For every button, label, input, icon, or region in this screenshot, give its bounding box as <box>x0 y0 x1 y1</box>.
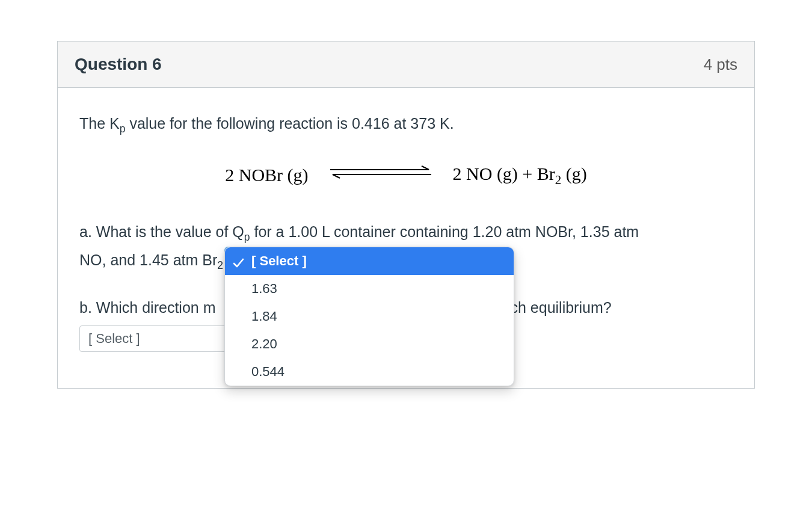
select-widget-a: [ Select ] [ <box>226 248 508 274</box>
equilibrium-arrow-icon <box>327 161 435 190</box>
check-icon <box>232 254 244 267</box>
dropdown-a-option-3[interactable]: 2.20 <box>225 330 514 358</box>
part-b-text-right: ch equilibrium? <box>510 296 611 319</box>
intro-prefix: The K <box>79 115 120 132</box>
part-a-line2-prefix: NO, and 1.45 atm Br2 <box>79 248 223 274</box>
equation-right-pre: 2 NO (g) + Br <box>453 164 555 183</box>
dropdown-a-option-4-label: 0.544 <box>251 364 285 379</box>
dropdown-b-value: [ Select ] <box>88 328 140 349</box>
intro-text: The Kp value for the following reaction … <box>79 112 733 137</box>
equation-left: 2 NOBr (g) <box>225 161 308 190</box>
page: Question 6 4 pts The Kp value for the fo… <box>0 0 812 521</box>
dropdown-a-option-selected[interactable]: [ Select ] <box>225 247 514 275</box>
equation-right-post: (g) <box>561 164 586 183</box>
part-a-line2-sub: 2 <box>217 259 223 271</box>
part-a-prefix: a. What is the value of Q <box>79 223 244 240</box>
intro-subscript: p <box>120 123 126 135</box>
dropdown-a-option-2-label: 1.84 <box>251 309 277 324</box>
equation-right-sub: 2 <box>555 173 562 187</box>
part-a-suffix: for a 1.00 L container containing 1.20 a… <box>250 223 639 240</box>
equation: 2 NOBr (g) 2 NO (g) + Br2 (g) <box>79 160 733 190</box>
dropdown-a-option-1[interactable]: 1.63 <box>225 275 514 303</box>
question-card: Question 6 4 pts The Kp value for the fo… <box>57 41 755 389</box>
question-body: The Kp value for the following reaction … <box>58 88 754 388</box>
part-a-line2-text: NO, and 1.45 atm Br <box>79 251 217 268</box>
dropdown-a-option-4[interactable]: 0.544 <box>225 358 514 386</box>
question-points: 4 pts <box>704 55 737 74</box>
part-a-line1: a. What is the value of Qp for a 1.00 L … <box>79 220 733 245</box>
dropdown-a-option-1-label: 1.63 <box>251 281 277 296</box>
intro-suffix: value for the following reaction is 0.41… <box>125 115 454 132</box>
part-b-text-left: b. Which direction m <box>79 296 215 319</box>
dropdown-a-option-3-label: 2.20 <box>251 336 277 351</box>
dropdown-a-option-2[interactable]: 1.84 <box>225 303 514 330</box>
part-a-line2: NO, and 1.45 atm Br2 [ Select ] <box>79 248 733 274</box>
question-header: Question 6 4 pts <box>58 42 754 88</box>
question-title: Question 6 <box>75 55 162 74</box>
equation-right: 2 NO (g) + Br2 (g) <box>453 160 587 190</box>
dropdown-a-option-0-label: [ Select ] <box>251 253 307 268</box>
dropdown-a-menu: [ Select ] 1.63 1.84 2.20 0.544 <box>224 247 514 386</box>
